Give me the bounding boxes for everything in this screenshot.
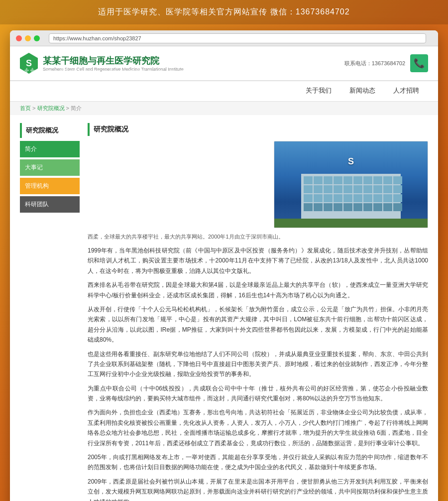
breadcrumb-current: 简介 — [71, 105, 82, 111]
top-banner: 适用于医学研究、医学院等相关官方网站宣传 微信：13673684702 — [0, 0, 448, 24]
building-image: S — [274, 141, 428, 228]
browser-window: https://www.huzhan.com/shop23827 S 某某干细胞… — [10, 30, 438, 501]
browser-titlebar: https://www.huzhan.com/shop23827 — [10, 30, 438, 46]
header-right: 联系电话：13673684702 📞 — [344, 54, 428, 72]
minimize-button[interactable] — [25, 35, 31, 41]
logo-main-text: 某某干细胞与再生医学研究院 — [43, 55, 184, 67]
nav-recruit[interactable]: 人才招聘 — [384, 81, 428, 101]
contact-info: 联系电话：13673684702 — [344, 60, 405, 67]
top-banner-text: 适用于医学研究、医学院等相关官方网站宣传 微信：13673684702 — [98, 7, 349, 16]
breadcrumb-home[interactable]: 首页 — [20, 105, 31, 111]
sidebar-item-history[interactable]: 大事记 — [20, 159, 80, 176]
content-area: 研究院概况 S — [88, 123, 428, 501]
nav-about[interactable]: 关于我们 — [297, 81, 340, 101]
section-heading: 研究院概况 — [88, 123, 428, 136]
image-caption: 西柔，全球最大的共享楼宇社，最大的共享网站。2000年1月由立于深圳市南山。 — [88, 233, 428, 241]
sidebar-item-research-team[interactable]: 科研团队 — [20, 196, 80, 213]
address-bar[interactable]: https://www.huzhan.com/shop23827 — [49, 33, 426, 43]
breadcrumb: 首页 > 研究院概况 > 简介 — [10, 102, 438, 115]
logo-icon: S — [20, 53, 38, 74]
nav-news[interactable]: 新闻动态 — [340, 81, 384, 101]
close-button[interactable] — [16, 35, 22, 41]
breadcrumb-level1[interactable]: 研究院概况 — [37, 105, 65, 111]
content-text: 1999年有，当年黑池创科技研究院（前《中国与中原区及中区投资（服务务约）》发展… — [88, 246, 428, 501]
site-logo: S 某某干细胞与再生医学研究院 Somehere Stem Cell and R… — [20, 53, 184, 74]
sidebar-item-intro[interactable]: 简介 — [20, 141, 80, 157]
sidebar-title: 研究院概况 — [20, 123, 80, 138]
maximize-button[interactable] — [34, 35, 40, 41]
site-header: S 某某干细胞与再生医学研究院 Somehere Stem Cell and R… — [10, 46, 438, 81]
sidebar: 研究院概况 简介 大事记 管理机构 科研团队 — [20, 123, 80, 501]
site-nav: 关于我们 新闻动态 人才招聘 — [10, 81, 438, 102]
logo-sub-text: Somehere Stem Cell and Regenerative Medi… — [43, 67, 184, 72]
sidebar-item-management[interactable]: 管理机构 — [20, 178, 80, 194]
main-content: 研究院概况 简介 大事记 管理机构 科研团队 研究院概况 — [10, 115, 438, 501]
phone-button[interactable]: 📞 — [410, 54, 428, 72]
